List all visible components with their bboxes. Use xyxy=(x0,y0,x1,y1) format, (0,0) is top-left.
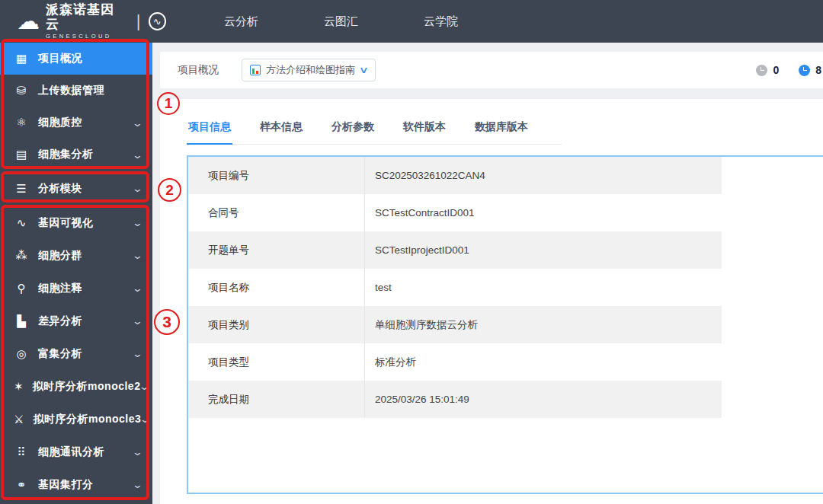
nav-item-cloud-gallery[interactable]: 云图汇 xyxy=(313,14,369,29)
bar-chart-icon: ▙ xyxy=(14,314,29,328)
tab-analysis-params[interactable]: 分析参数 xyxy=(330,120,376,144)
sidebar-item-pseudotime-monocle2[interactable]: ✶ 拟时序分析monocle2 ⌄ xyxy=(0,370,152,403)
sidebar-menu: ▦ 项目概况 ⛁ 上传数据管理 ⚛ 细胞质控 ⌄ ▤ 细胞集分析 ⌄ ☰ 分析模… xyxy=(0,43,152,504)
chevron-down-icon: ⌄ xyxy=(132,117,143,129)
sidebar-item-geneset-scoring[interactable]: ⚭ 基因集打分 ⌄ xyxy=(0,468,152,501)
nav-item-cloud-academy[interactable]: 云学院 xyxy=(413,14,469,29)
guide-icon-bar xyxy=(252,69,255,74)
sidebar-item-cell-qc[interactable]: ⚛ 细胞质控 ⌄ xyxy=(0,107,152,139)
row-value: 单细胞测序数据云分析 xyxy=(365,306,722,343)
brand-text: 派森诺基因云 GENESCLOUD xyxy=(46,3,126,40)
info-tabs: 项目信息 样本信息 分析参数 软件版本 数据库版本 xyxy=(187,120,562,145)
row-label: 项目类型 xyxy=(188,343,365,381)
project-info-table: 项目编号 SC202503261022CAN4 合同号 SCTestContra… xyxy=(188,157,722,418)
crossed-paths-icon: ⚔ xyxy=(14,413,24,426)
sidebar-item-label: 细胞分群 xyxy=(38,249,82,263)
pending-tasks-badge[interactable]: 0 xyxy=(756,64,779,76)
sidebar-item-differential-analysis[interactable]: ▙ 差异分析 ⌄ xyxy=(0,305,152,337)
row-value: SC202503261022CAN4 xyxy=(365,157,722,194)
sidebar-item-label: 基因集打分 xyxy=(38,478,94,492)
sidebar-item-label: 拟时序分析monocle3 xyxy=(33,413,141,426)
main-content: 项目概况 方法介绍和绘图指南 ∨ 0 8 项目信息 样本信息 分析参数 软件 xyxy=(152,43,823,504)
table-row: 项目名称 test xyxy=(188,269,722,306)
genescloud-swirl-icon: ∿ xyxy=(149,12,166,30)
brand-logo[interactable]: ☁ 派森诺基因云 GENESCLOUD | ∿ xyxy=(0,3,166,40)
method-guide-dropdown[interactable]: 方法介绍和绘图指南 ∨ xyxy=(242,59,376,81)
sidebar-item-project-overview[interactable]: ▦ 项目概况 xyxy=(0,43,152,75)
row-value: 标准分析 xyxy=(365,343,722,381)
chevron-down-icon: ⌄ xyxy=(139,381,150,392)
sidebar-item-pseudotime-monocle3[interactable]: ⚔ 拟时序分析monocle3 ⌄ xyxy=(0,403,152,435)
row-value: SCTestIprojectID001 xyxy=(365,231,722,269)
dna-icon: ∿ xyxy=(14,216,29,230)
sidebar-item-analysis-modules[interactable]: ☰ 分析模块 ⌄ xyxy=(0,174,152,203)
chevron-down-icon: ⌄ xyxy=(132,149,143,161)
list-icon: ☰ xyxy=(14,182,29,196)
row-label: 开题单号 xyxy=(188,231,365,269)
tab-sample-info[interactable]: 样本信息 xyxy=(258,120,304,144)
cloud-logo-icon: ☁ xyxy=(17,10,40,33)
nav-item-cloud-analysis[interactable]: 云分析 xyxy=(213,14,269,29)
pending-clock-icon xyxy=(756,65,767,76)
brand-name-en: GENESCLOUD xyxy=(46,33,126,40)
sidebar-item-label: 差异分析 xyxy=(38,314,82,328)
sidebar-item-gene-visualization[interactable]: ∿ 基因可视化 ⌄ xyxy=(0,206,152,239)
clock-hands xyxy=(761,67,764,71)
table-row: 合同号 SCTestContractID001 xyxy=(188,194,722,231)
chevron-down-icon: ⌄ xyxy=(132,183,143,194)
row-value: 2025/03/26 15:01:49 xyxy=(365,381,722,418)
sidebar-item-label: 基因可视化 xyxy=(38,216,94,230)
status-badges: 0 8 xyxy=(756,64,821,76)
chevron-down-icon: ⌄ xyxy=(132,282,143,294)
row-label: 合同号 xyxy=(188,194,365,231)
running-tasks-badge[interactable]: 8 xyxy=(799,64,821,76)
running-count: 8 xyxy=(815,64,821,76)
chevron-down-icon: ⌄ xyxy=(132,348,143,359)
sidebar-item-label: 富集分析 xyxy=(38,347,82,361)
sidebar-item-label: 细胞注释 xyxy=(38,282,82,295)
breadcrumb: 项目概况 xyxy=(178,63,219,77)
sidebar-item-cell-annotation[interactable]: ⚲ 细胞注释 ⌄ xyxy=(0,272,152,305)
dots-network-icon: ⠿ xyxy=(14,445,29,459)
guide-icon-bar xyxy=(256,71,258,74)
target-icon: ◎ xyxy=(14,347,29,361)
chevron-down-icon: ⌄ xyxy=(132,479,143,490)
sidebar-item-upload-data[interactable]: ⛁ 上传数据管理 xyxy=(0,75,152,107)
sidebar-item-label: 拟时序分析monocle2 xyxy=(33,380,141,394)
table-row: 完成日期 2025/03/26 15:01:49 xyxy=(188,381,722,418)
chevron-down-icon: ∨ xyxy=(359,65,369,75)
brand-name-cn: 派森诺基因云 xyxy=(46,3,126,31)
tab-project-info[interactable]: 项目信息 xyxy=(187,120,232,145)
sidebar-item-cellset-analysis[interactable]: ▤ 细胞集分析 ⌄ xyxy=(0,139,152,171)
project-info-table-container: 项目编号 SC202503261022CAN4 合同号 SCTestContra… xyxy=(187,155,823,494)
sidebar-item-cell-communication[interactable]: ⠿ 细胞通讯分析 ⌄ xyxy=(0,435,152,468)
row-value: test xyxy=(365,269,722,306)
table-row: 开题单号 SCTestIprojectID001 xyxy=(188,231,722,269)
chevron-down-icon: ⌄ xyxy=(132,315,143,327)
sidebar-item-label: 项目概况 xyxy=(38,52,82,65)
database-icon: ⛁ xyxy=(14,84,29,97)
document-plus-icon: ▤ xyxy=(14,148,29,161)
chevron-down-icon: ⌄ xyxy=(132,446,143,458)
tab-software-version[interactable]: 软件版本 xyxy=(402,120,447,144)
table-row: 项目类型 标准分析 xyxy=(188,343,722,381)
sidebar-item-label: 分析模块 xyxy=(38,182,82,196)
clock-hands xyxy=(803,67,807,71)
tab-database-version[interactable]: 数据库版本 xyxy=(473,120,530,144)
table-row: 项目类别 单细胞测序数据云分析 xyxy=(188,306,722,343)
row-label: 项目类别 xyxy=(188,306,365,343)
breadcrumb-bar: 项目概况 方法介绍和绘图指南 ∨ 0 8 xyxy=(160,52,823,88)
chevron-down-icon: ⌄ xyxy=(139,413,151,425)
sidebar-item-cell-clustering[interactable]: ⁂ 细胞分群 ⌄ xyxy=(0,239,152,272)
chevron-down-icon: ⌄ xyxy=(132,250,143,261)
running-clock-icon xyxy=(799,65,810,76)
trajectory-icon: ✶ xyxy=(14,380,24,394)
sidebar-item-label: 细胞集分析 xyxy=(38,148,94,161)
dots-cluster-icon: ⁂ xyxy=(14,249,29,263)
nodes-icon: ⚛ xyxy=(14,116,29,129)
sidebar-item-enrichment-analysis[interactable]: ◎ 富集分析 ⌄ xyxy=(0,337,152,370)
pending-count: 0 xyxy=(773,64,779,76)
guide-book-icon xyxy=(250,65,261,75)
row-label: 项目名称 xyxy=(188,269,365,306)
brand-divider: | xyxy=(136,11,141,31)
